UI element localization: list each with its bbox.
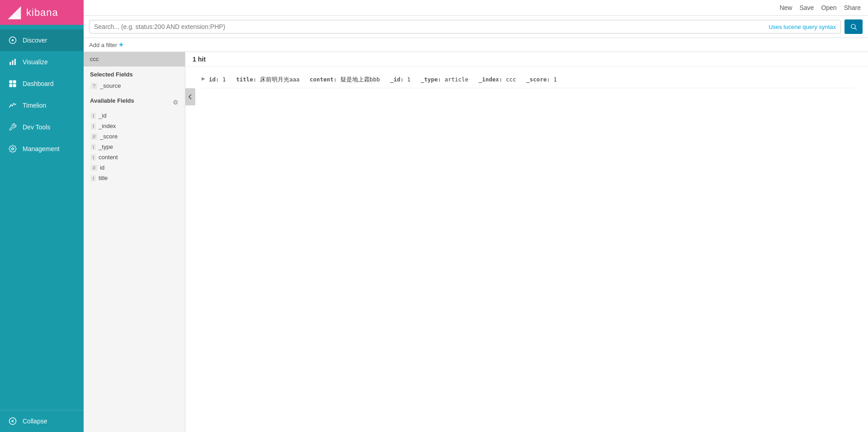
logo-text: kibana: [26, 7, 58, 19]
left-panel: ccc Selected Fields ? _source Available …: [84, 52, 185, 432]
svg-point-12: [9, 418, 16, 425]
field-type-hash-score: #: [91, 133, 97, 140]
field-name-type: _type: [99, 143, 113, 150]
add-filter-button[interactable]: Add a filter +: [89, 41, 123, 49]
svg-rect-9: [9, 84, 13, 87]
sidebar-item-devtools-label: Dev Tools: [23, 123, 50, 131]
field-id-num: # id: [90, 162, 179, 173]
sidebar-item-visualize[interactable]: Visualize: [0, 51, 84, 73]
result-key-title: title:: [236, 76, 256, 83]
table-row: ▶ id: 1 title: 床前明月光aaa content: 疑是地上霜bb…: [202, 71, 854, 88]
compass-icon: [8, 36, 17, 45]
wrench-icon: [8, 123, 17, 132]
result-val-uid: 1: [407, 76, 411, 83]
available-fields-gear-icon[interactable]: ⚙: [173, 99, 179, 106]
result-val-type: article: [444, 76, 468, 83]
collapse-button[interactable]: Collapse: [8, 417, 75, 426]
main: New Save Open Share Uses lucene query sy…: [84, 0, 868, 432]
new-button[interactable]: New: [779, 4, 792, 11]
sidebar-item-management-label: Management: [23, 145, 60, 152]
plus-icon: +: [119, 41, 123, 49]
field-name-id: _id: [99, 112, 106, 119]
sidebar-item-visualize-label: Visualize: [23, 58, 48, 66]
right-panel: 1 hit ▶ id: 1 title: 床前明月光aaa: [185, 52, 868, 432]
field-type-t-content: t: [91, 154, 96, 161]
nav-items: Discover Visualize Dashboard Timelion De…: [0, 25, 84, 410]
svg-line-14: [855, 28, 857, 30]
hits-bar: 1 hit: [185, 52, 868, 67]
field-type-badge-source: ?: [91, 83, 97, 89]
field-name-index: _index: [99, 123, 116, 129]
svg-point-3: [12, 39, 14, 42]
gear-icon: [8, 144, 17, 153]
result-key-content: content:: [310, 76, 337, 83]
timelion-icon: [8, 101, 17, 110]
index-selector[interactable]: ccc: [84, 52, 185, 66]
svg-rect-8: [13, 81, 16, 84]
selected-fields-section: Selected Fields ? _source: [84, 66, 185, 93]
search-button[interactable]: [844, 19, 863, 34]
field-type: t _type: [90, 142, 179, 152]
search-input[interactable]: [94, 23, 765, 30]
logo-area: kibana: [0, 0, 84, 25]
result-key-index: _index:: [479, 76, 503, 83]
result-val-id: 1: [222, 76, 226, 83]
expand-button[interactable]: ▶: [202, 76, 205, 81]
result-key-id: id:: [209, 76, 219, 83]
sidebar-item-discover-label: Discover: [23, 37, 47, 44]
content: ccc Selected Fields ? _source Available …: [84, 52, 868, 432]
result-val-score: 1: [553, 76, 557, 83]
field-type-t-type: t: [91, 144, 96, 150]
svg-rect-4: [9, 62, 11, 65]
field-type-t-title: t: [91, 175, 96, 181]
svg-point-13: [851, 24, 855, 28]
collapse-label: Collapse: [23, 418, 47, 425]
collapse-icon: [8, 417, 17, 426]
available-fields-header: Available Fields ⚙: [90, 97, 179, 107]
field-type-t-index: t: [91, 123, 96, 129]
field-name-source: _source: [100, 82, 121, 89]
sidebar: kibana Discover Visualize Dashboard Time…: [0, 0, 84, 432]
sidebar-item-dashboard[interactable]: Dashboard: [0, 73, 84, 95]
hit-label: hit: [198, 56, 206, 63]
hit-count: 1: [193, 56, 196, 63]
sidebar-item-devtools[interactable]: Dev Tools: [0, 116, 84, 138]
collapse-toggle-button[interactable]: [185, 88, 195, 105]
result-key-type: _type:: [421, 76, 441, 83]
svg-point-11: [12, 148, 14, 150]
selected-field-source: ? _source: [90, 81, 179, 91]
index-name: ccc: [90, 56, 99, 62]
result-val-title: 床前明月光aaa: [260, 76, 300, 83]
available-fields-section: Available Fields ⚙ t _id t _index # _sco…: [84, 93, 185, 185]
svg-rect-10: [13, 84, 16, 87]
sidebar-item-management[interactable]: Management: [0, 138, 84, 160]
result-val-index: ccc: [506, 76, 516, 83]
field-name-id-num: id: [100, 164, 104, 171]
result-key-score: _score:: [526, 76, 550, 83]
field-name-title: title: [99, 175, 108, 181]
add-filter-label: Add a filter: [89, 42, 117, 48]
result-key-uid: _id:: [390, 76, 404, 83]
result-val-content: 疑是地上霜bbb: [340, 76, 380, 83]
dashboard-icon: [8, 79, 17, 88]
save-button[interactable]: Save: [799, 4, 814, 11]
field-title: t title: [90, 173, 179, 183]
searchbar: Uses lucene query syntax: [84, 16, 868, 38]
kibana-logo-icon: [6, 5, 23, 21]
available-fields-title: Available Fields: [90, 97, 134, 104]
sidebar-item-timelion[interactable]: Timelion: [0, 95, 84, 116]
svg-rect-7: [9, 81, 13, 84]
lucene-link[interactable]: Uses lucene query syntax: [769, 24, 836, 30]
open-button[interactable]: Open: [821, 4, 836, 11]
sidebar-item-discover[interactable]: Discover: [0, 29, 84, 51]
field-name-content: content: [99, 154, 118, 161]
svg-rect-5: [12, 60, 14, 65]
sidebar-bottom: Collapse: [0, 410, 84, 432]
field-score: # _score: [90, 131, 179, 142]
share-button[interactable]: Share: [844, 4, 861, 11]
search-input-wrap: Uses lucene query syntax: [89, 20, 841, 33]
chart-icon: [8, 57, 17, 66]
field-id: t _id: [90, 110, 179, 121]
sidebar-item-dashboard-label: Dashboard: [23, 80, 54, 87]
topbar: New Save Open Share: [84, 0, 868, 16]
